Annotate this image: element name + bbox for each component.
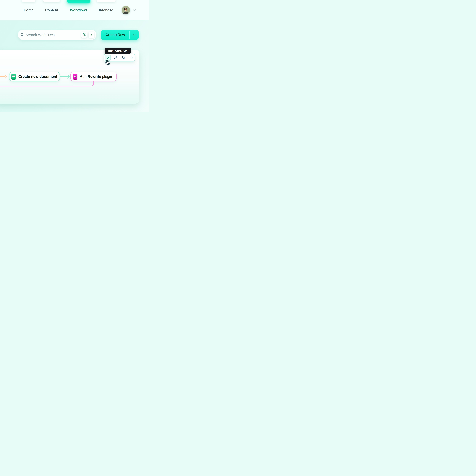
- k-key-label: k: [88, 32, 94, 38]
- tab-glow-workflows: [67, 0, 90, 3]
- duplicate-icon: [122, 56, 126, 60]
- nav-item-infobase[interactable]: Infobase: [99, 8, 113, 12]
- play-icon: [106, 56, 110, 60]
- hand-pointer-cursor: [105, 60, 111, 66]
- pencil-icon: [114, 56, 118, 60]
- create-new-chevron-down-icon[interactable]: [131, 34, 137, 36]
- nav-item-home[interactable]: Home: [24, 8, 34, 12]
- avatar-image: [121, 6, 130, 14]
- edit-button[interactable]: [113, 55, 118, 60]
- tab-glow-infobase: [97, 0, 116, 2]
- node-label: Run Rewrite plugin: [80, 74, 112, 79]
- document-icon: [11, 74, 16, 80]
- account-chevron-down-icon[interactable]: [133, 9, 136, 11]
- search-bar[interactable]: ⌘ k: [18, 30, 96, 40]
- avatar[interactable]: [121, 6, 130, 14]
- search-icon: [20, 33, 24, 37]
- app-window: Home Content Workflows Infobase: [0, 0, 149, 112]
- search-input[interactable]: [25, 30, 77, 40]
- node-label: Create new document: [18, 74, 57, 79]
- node-create-new-document[interactable]: Create new document: [9, 72, 60, 81]
- nav-item-workflows[interactable]: Workflows: [70, 8, 87, 12]
- cmd-key-icon: ⌘: [81, 32, 87, 38]
- plus-icon: [73, 74, 77, 80]
- nav-item-content[interactable]: Content: [45, 8, 58, 12]
- trash-icon: [130, 56, 134, 60]
- tab-glow-home: [22, 0, 35, 2]
- duplicate-button[interactable]: [121, 55, 126, 60]
- delete-button[interactable]: [129, 55, 134, 60]
- run-workflow-tooltip: Run Workflow: [104, 48, 131, 54]
- label-suffix: plugin: [101, 74, 112, 79]
- top-navigation: Home Content Workflows Infobase: [0, 0, 149, 20]
- node-run-rewrite-plugin[interactable]: Run Rewrite plugin: [70, 72, 117, 81]
- label-prefix: Run: [80, 74, 87, 79]
- create-new-button[interactable]: Create New: [101, 30, 139, 40]
- create-new-label: Create New: [101, 30, 130, 40]
- label-bold: Rewrite: [87, 74, 101, 79]
- tab-glow-content: [43, 0, 60, 2]
